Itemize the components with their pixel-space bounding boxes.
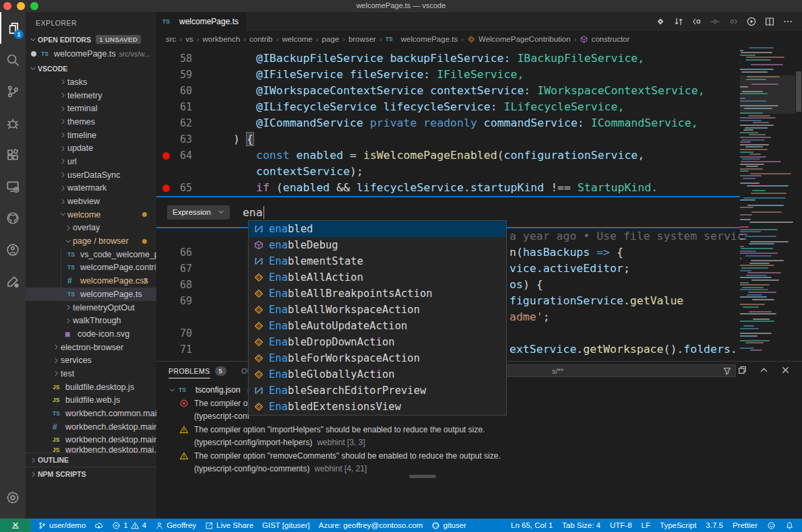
suggestion-enablegloballyaction[interactable]: EnableGloballyAction: [249, 366, 506, 383]
open-editors-header[interactable]: OPEN EDITORS 1 UNSAVED: [26, 32, 156, 46]
line-number-gutter[interactable]: 65: [156, 180, 210, 196]
tree-item-workbench-desktop-main-[interactable]: #workbench.desktop.main...: [26, 420, 156, 434]
activity-bar-item-github[interactable]: [0, 202, 26, 234]
suggestion-enableallbreakpointsaction[interactable]: EnableAllBreakpointsAction: [249, 286, 506, 302]
line-number-gutter[interactable]: [156, 309, 210, 325]
line-number-gutter[interactable]: 62: [156, 115, 210, 131]
panel-tab-problems[interactable]: PROBLEMS5: [168, 364, 226, 378]
suggestion-enablesearcheditorpreview[interactable]: EnableSearchEditorPreview: [249, 383, 506, 399]
tree-item-test[interactable]: test: [26, 367, 156, 380]
status-item-gituser[interactable]: gituser: [431, 521, 466, 530]
tree-item-welcomepage-ts[interactable]: TSwelcomePage.ts: [26, 288, 156, 301]
line-number-gutter[interactable]: [156, 164, 210, 180]
status-item-feedback-smiley[interactable]: [767, 521, 776, 530]
tree-item-welcomepage-contri-[interactable]: TSwelcomePage.contri...: [26, 261, 156, 275]
suggestion-enabledebug[interactable]: enableDebug: [249, 237, 506, 253]
status-item-prettier[interactable]: Prettier: [733, 521, 758, 529]
status-item-cloud-upload[interactable]: [94, 521, 103, 530]
suggestion-enabled[interactable]: enabled: [249, 221, 506, 237]
breadcrumb-item-welcome[interactable]: welcome: [282, 35, 312, 43]
status-item-bell[interactable]: [785, 521, 794, 530]
tree-item-services[interactable]: services: [26, 354, 156, 367]
tree-item-page-browser[interactable]: page / browser: [26, 234, 156, 248]
problem-row[interactable]: The compiler option "importHelpers" shou…: [156, 423, 802, 436]
line-number-gutter[interactable]: 63: [156, 131, 210, 147]
activity-bar-item-run-debug[interactable]: [0, 107, 26, 139]
suggestion-enableallworkspaceaction[interactable]: EnableAllWorkspaceAction: [249, 302, 506, 318]
line-number-gutter[interactable]: 59: [156, 67, 210, 83]
tree-item-tasks[interactable]: tasks: [26, 75, 156, 89]
breadcrumb-item-browser[interactable]: browser: [348, 35, 376, 43]
tree-item-telemetryoptout[interactable]: telemetryOptOut: [26, 301, 156, 314]
activity-bar-item-explorer[interactable]: 1: [0, 12, 26, 44]
activity-bar-item-remote-explorer[interactable]: [0, 170, 26, 202]
workspace-section-header[interactable]: VSCODE: [26, 61, 156, 75]
problem-meta[interactable]: (typescript-config/no-comments)webhint […: [156, 463, 802, 476]
activity-bar-item-live-share[interactable]: [0, 234, 26, 265]
status-item-typescript[interactable]: TypeScript: [660, 521, 696, 529]
status-item-utf-8[interactable]: UTF-8: [610, 521, 632, 529]
tree-item-welcomepage-css[interactable]: #welcomePage.css2: [26, 274, 156, 288]
breadcrumb-item-page[interactable]: page: [322, 35, 340, 43]
remote-indicator[interactable]: [0, 519, 31, 532]
tree-item-webview[interactable]: webview: [26, 195, 156, 208]
breadcrumb-item-src[interactable]: src: [166, 35, 176, 43]
prev-change-icon[interactable]: [710, 16, 720, 27]
expression-mode-dropdown[interactable]: Expression: [167, 205, 230, 220]
line-number-gutter[interactable]: 68: [156, 277, 210, 293]
close-panel-icon[interactable]: [780, 365, 791, 375]
tree-item-workbench-common-mai-[interactable]: TSworkbench.common.mai...: [26, 407, 156, 420]
tree-item-overlay[interactable]: overlay: [26, 222, 156, 235]
tree-item-userdatasync[interactable]: userDataSync: [26, 168, 156, 182]
line-number-gutter[interactable]: 71: [156, 341, 210, 358]
problem-row[interactable]: The compiler option "removeComments" sho…: [156, 449, 802, 463]
condition-input[interactable]: ena: [243, 206, 264, 219]
more-actions-icon[interactable]: [782, 16, 793, 27]
status-item-azure-geoffrey-contoso-com[interactable]: Azure: geoffrey@contoso.com: [319, 521, 423, 529]
split-editor-icon[interactable]: [764, 16, 775, 27]
tree-item-terminal[interactable]: terminal: [26, 102, 156, 115]
status-item-ln-65-col-1[interactable]: Ln 65, Col 1: [511, 521, 553, 529]
tree-item-vs-code-welcome-pa-[interactable]: TSvs_code_welcome_pa...: [26, 248, 156, 261]
activity-bar-item-search[interactable]: [0, 44, 26, 75]
compare-changes-icon[interactable]: [673, 16, 684, 27]
suggestion-enabledropdownaction[interactable]: EnableDropDownAction: [249, 334, 506, 350]
line-number-gutter[interactable]: [156, 228, 210, 244]
minimap-slider[interactable]: [740, 75, 795, 114]
line-number-gutter[interactable]: 70: [156, 325, 210, 341]
status-item-gist-gituser-[interactable]: GIST [gituser]: [262, 521, 310, 529]
breadcrumb-item-workbench[interactable]: workbench: [203, 35, 241, 43]
tree-item-code-icon-svg[interactable]: ▣code-icon.svg: [26, 327, 156, 341]
activity-bar-item-extensions[interactable]: [0, 139, 26, 170]
restore-panel-icon[interactable]: [737, 365, 747, 375]
tree-item-url[interactable]: url: [26, 155, 156, 168]
suggestion-enableallaction[interactable]: EnableAllAction: [249, 269, 506, 286]
tree-item-electron-browser[interactable]: electron-browser: [26, 341, 156, 354]
line-number-gutter[interactable]: 66: [156, 244, 210, 261]
session-diamond-icon[interactable]: [655, 16, 666, 27]
suggestion-enabledextensionsview[interactable]: EnabledExtensionsView: [249, 399, 506, 415]
activity-bar-item-pull-requests[interactable]: [0, 265, 26, 297]
activity-bar-item-settings-gear[interactable]: [0, 481, 26, 513]
sidebar-section-npm-scripts[interactable]: NPM SCRIPTS: [26, 467, 156, 481]
status-item-live-share[interactable]: Live Share: [205, 521, 253, 530]
tree-item-timeline[interactable]: timeline: [26, 129, 156, 142]
tree-item-telemetry[interactable]: telemetry: [26, 89, 156, 102]
status-item-user-demo[interactable]: user/demo: [38, 521, 86, 530]
tree-item-welcome[interactable]: welcome: [26, 208, 156, 222]
status-item-geoffrey[interactable]: Geoffrey: [155, 521, 196, 530]
editor-scrollbar[interactable]: [796, 71, 801, 112]
breakpoint-icon[interactable]: [162, 152, 170, 160]
tree-item-walkthrough[interactable]: walkThrough: [26, 314, 156, 327]
tree-item-buildfile-web-js[interactable]: JSbuildfile.web.js: [26, 394, 156, 407]
tree-item-update[interactable]: update: [26, 141, 156, 155]
tree-item-workbench-desktop-mai-[interactable]: JSworkbench.desktop.mai...: [26, 446, 156, 453]
line-number-gutter[interactable]: 64: [156, 147, 210, 164]
breadcrumb-item-vs[interactable]: vs: [185, 35, 193, 43]
status-item-tab-size-4[interactable]: Tab Size: 4: [562, 521, 600, 529]
status-item-1[interactable]: 14: [112, 521, 146, 530]
tree-item-themes[interactable]: themes: [26, 115, 156, 129]
maximize-panel-icon[interactable]: [759, 365, 769, 375]
next-change-icon[interactable]: [728, 16, 739, 27]
suggestion-enablementstate[interactable]: EnablementState: [249, 253, 506, 269]
